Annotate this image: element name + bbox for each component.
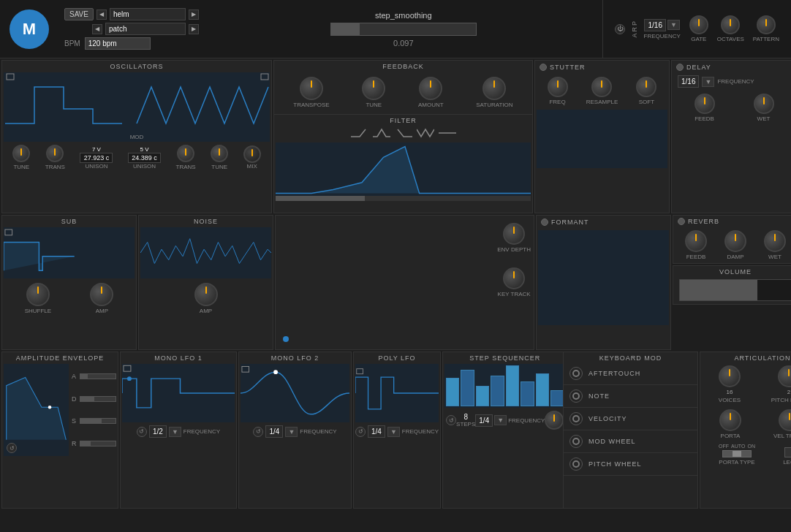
sub-amp-knob[interactable] bbox=[90, 283, 113, 306]
lfo1-reset-button[interactable]: ↺ bbox=[137, 427, 147, 437]
poly-lfo-freq-arrow[interactable]: ▼ bbox=[387, 427, 400, 437]
sub-shuffle-knob[interactable] bbox=[26, 283, 50, 306]
amp-env-r-slider[interactable] bbox=[80, 441, 116, 446]
osc-tune2-knob[interactable] bbox=[211, 145, 228, 162]
arp-gate-knob-group: GATE bbox=[689, 15, 708, 42]
reverb-power-button[interactable] bbox=[678, 218, 685, 225]
sub-title: SUB bbox=[2, 216, 136, 226]
formant-power-button[interactable] bbox=[541, 218, 548, 226]
feedback-amount-knob[interactable] bbox=[419, 77, 442, 100]
filter-scrollbar[interactable] bbox=[276, 196, 531, 201]
filter-title: FILTER bbox=[274, 115, 532, 125]
stutter-display bbox=[537, 110, 667, 168]
amp-env-s-slider[interactable] bbox=[80, 418, 116, 424]
keymod-velocity-button[interactable] bbox=[569, 412, 583, 425]
patch-next-button[interactable]: ▶ bbox=[189, 24, 199, 34]
keymod-aftertouch-button[interactable] bbox=[569, 367, 583, 380]
delay-freq-arrow[interactable]: ▼ bbox=[702, 77, 714, 87]
porta-on-label: ON bbox=[747, 444, 755, 449]
step-smooth-bar[interactable] bbox=[330, 23, 477, 36]
stutter-freq-knob[interactable] bbox=[548, 77, 568, 97]
step-bar-5[interactable] bbox=[506, 365, 519, 406]
lfo2-freq-arrow[interactable]: ▼ bbox=[285, 427, 298, 437]
artic-voices-knob[interactable] bbox=[719, 365, 741, 387]
poly-lfo-reset-button[interactable]: ↺ bbox=[355, 427, 366, 437]
step-bar-1[interactable] bbox=[446, 378, 459, 406]
delay-feedb-knob[interactable] bbox=[695, 94, 715, 114]
filter-env-depth-label: ENV DEPTH bbox=[497, 246, 531, 253]
reverb-damp-knob[interactable] bbox=[724, 230, 746, 252]
delay-wet-label: WET bbox=[757, 115, 771, 122]
save-button[interactable]: SAVE bbox=[64, 8, 94, 20]
osc-tune1-knob[interactable] bbox=[12, 145, 30, 162]
legato-slider[interactable] bbox=[784, 447, 791, 457]
patch-label[interactable]: patch bbox=[105, 23, 186, 35]
arp-gate-knob[interactable] bbox=[689, 15, 708, 34]
step-bar-7[interactable] bbox=[536, 373, 549, 406]
keymod-modwheel-button[interactable] bbox=[569, 435, 583, 448]
volume-bar[interactable] bbox=[679, 279, 791, 301]
arp-pattern-knob[interactable] bbox=[757, 15, 776, 34]
amp-env-sliders: A D S R bbox=[70, 362, 118, 457]
reverb-feedb-label: FEEDB bbox=[686, 254, 706, 260]
delay-wet-knob[interactable] bbox=[754, 94, 774, 114]
filter-env-depth-knob[interactable] bbox=[503, 223, 525, 245]
step-bar-3[interactable] bbox=[476, 386, 489, 406]
artic-pitch-bend-knob[interactable] bbox=[778, 365, 791, 387]
helm-label[interactable]: helm bbox=[110, 8, 186, 20]
filter-key-track-knob[interactable] bbox=[503, 267, 525, 289]
step-seq-freq-arrow[interactable]: ▼ bbox=[494, 415, 507, 425]
filter-bandpass-icon[interactable] bbox=[373, 128, 390, 138]
step-bar-4[interactable] bbox=[491, 376, 504, 406]
keymod-pitchwheel-button[interactable] bbox=[569, 457, 583, 471]
bpm-input[interactable] bbox=[85, 37, 151, 50]
arp-octaves-knob[interactable] bbox=[721, 15, 740, 34]
artic-porta-knob[interactable] bbox=[719, 409, 741, 431]
keymod-pitchwheel-label: PITCH WHEEL bbox=[588, 460, 642, 468]
patch-prev-button[interactable]: ◀ bbox=[92, 24, 102, 34]
delay-feedb-group: FEEDB bbox=[695, 94, 715, 122]
reverb-feedb-knob[interactable] bbox=[685, 230, 707, 252]
sub-shuffle-label: SHUFFLE bbox=[25, 308, 51, 314]
lfo1-freq-arrow[interactable]: ▼ bbox=[169, 427, 181, 437]
step-bar-2[interactable] bbox=[461, 370, 474, 406]
step-bar-6[interactable] bbox=[521, 381, 534, 406]
step-smooth-label: step_smoothing bbox=[375, 11, 432, 20]
mix-knob[interactable] bbox=[243, 145, 261, 163]
step-seq-knob[interactable] bbox=[545, 411, 564, 430]
lfo2-reset-button[interactable]: ↺ bbox=[253, 427, 263, 437]
porta-type-slider[interactable] bbox=[722, 450, 752, 457]
helm-next-button[interactable]: ▶ bbox=[189, 10, 199, 20]
artic-vel-track-knob[interactable] bbox=[779, 409, 791, 431]
delay-power-button[interactable] bbox=[676, 64, 684, 71]
reverb-wet-knob[interactable] bbox=[764, 230, 786, 252]
filter-highpass-icon[interactable] bbox=[395, 128, 412, 138]
feedback-tune-knob[interactable] bbox=[362, 77, 385, 100]
amp-env-reset-button[interactable]: ↺ bbox=[7, 443, 17, 453]
formant-header: FORMANT bbox=[537, 216, 670, 229]
noise-wave-svg bbox=[140, 227, 271, 278]
step-seq-reset-button[interactable]: ↺ bbox=[446, 415, 456, 425]
filter-bandreject-icon[interactable] bbox=[417, 128, 434, 138]
feedback-saturation-knob[interactable] bbox=[482, 77, 506, 100]
stutter-power-button[interactable] bbox=[540, 64, 547, 71]
amp-env-a-slider[interactable] bbox=[80, 373, 116, 379]
step-bar-8[interactable] bbox=[550, 390, 564, 406]
filter-display bbox=[276, 142, 531, 201]
osc-trans1-knob[interactable] bbox=[46, 145, 64, 162]
patch-row: ◀ patch ▶ bbox=[64, 23, 199, 35]
arp-power-button[interactable]: ⏻ bbox=[615, 24, 625, 34]
helm-prev-button[interactable]: ◀ bbox=[96, 10, 107, 20]
feedback-transpose-knob[interactable] bbox=[300, 77, 323, 100]
filter-allpass-icon[interactable] bbox=[439, 128, 456, 138]
keymod-note-button[interactable] bbox=[569, 390, 583, 403]
stutter-resample-knob[interactable] bbox=[591, 77, 612, 97]
amp-env-d-slider[interactable] bbox=[80, 396, 116, 402]
filter-lowpass-icon[interactable] bbox=[351, 128, 368, 138]
stutter-soft-knob[interactable] bbox=[636, 77, 656, 97]
porta-type-area: OFF AUTO ON PORTA TYPE bbox=[719, 444, 755, 466]
keymod-note-row: NOTE bbox=[564, 385, 697, 408]
osc-trans2-knob[interactable] bbox=[177, 145, 194, 162]
noise-amp-knob[interactable] bbox=[194, 283, 218, 306]
arp-freq-arrow[interactable]: ▼ bbox=[667, 20, 680, 30]
